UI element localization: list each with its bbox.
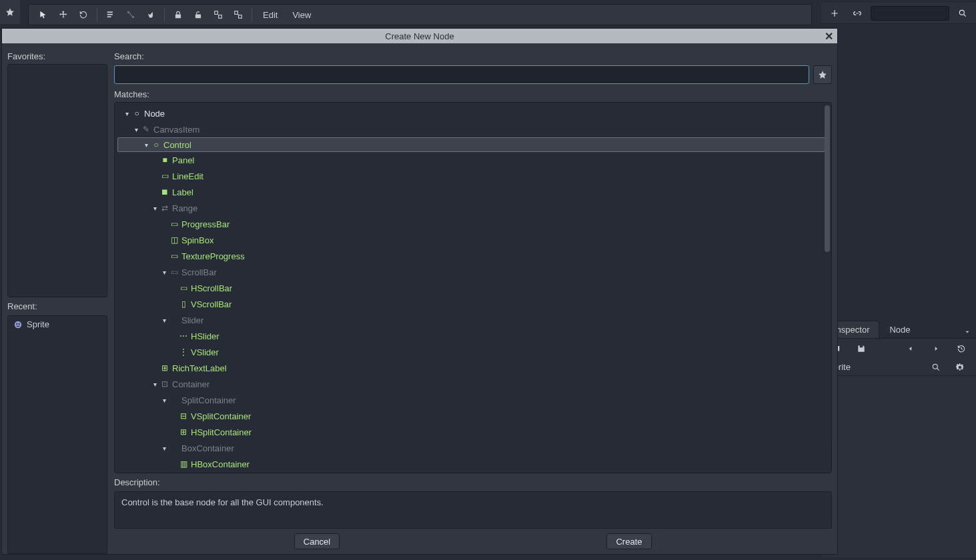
recent-item[interactable]: Sprite xyxy=(8,316,107,333)
tree-row-textureprogress[interactable]: ▭TextureProgress xyxy=(117,248,829,264)
svg-point-13 xyxy=(15,321,22,328)
expander-icon[interactable]: ▾ xyxy=(160,317,168,324)
edit-menu[interactable]: Edit xyxy=(256,10,284,20)
tree-row-control[interactable]: ▾○Control xyxy=(117,137,829,152)
tree-row-hsplitcontainer[interactable]: ⊞HSplitContainer xyxy=(117,424,829,440)
svg-rect-9 xyxy=(235,11,238,15)
expander-icon[interactable]: ▾ xyxy=(151,381,159,388)
search-icon[interactable] xyxy=(953,5,972,22)
expander-icon[interactable]: ▾ xyxy=(123,110,131,117)
svg-point-15 xyxy=(19,323,20,324)
vsplitcontainer-icon: ⊟ xyxy=(177,411,189,421)
recent-label: Recent: xyxy=(7,297,107,314)
toolbar-separator xyxy=(97,8,97,21)
description-text: Control is the base node for all the GUI… xyxy=(121,497,324,507)
tree-node-label: ScrollBar xyxy=(180,267,217,277)
tree-row-vslider[interactable]: ⋮VSlider xyxy=(117,344,829,360)
tab-node[interactable]: Node xyxy=(879,321,920,338)
ungroup-icon[interactable] xyxy=(229,6,248,23)
rotate-tool-icon[interactable] xyxy=(74,6,93,23)
history-icon[interactable] xyxy=(952,340,971,357)
tree-row-lineedit[interactable]: ▭LineEdit xyxy=(117,168,829,184)
tree-node-label: Node xyxy=(143,109,165,119)
scrollbar-thumb[interactable] xyxy=(825,105,830,252)
tree-row-richtextlabel[interactable]: ⊞RichTextLabel xyxy=(117,360,829,376)
scene-filter-input[interactable] xyxy=(871,6,949,21)
tree-row-hslider[interactable]: ⋯HSlider xyxy=(117,328,829,344)
expander-icon[interactable]: ▾ xyxy=(160,269,168,276)
tree-row-node[interactable]: ▾○Node xyxy=(117,105,829,121)
tree-node-label: BoxContainer xyxy=(180,443,234,453)
search-input[interactable] xyxy=(114,65,809,84)
move-tool-icon[interactable] xyxy=(54,6,73,23)
svg-rect-5 xyxy=(175,14,181,18)
hboxcontainer-icon: ▥ xyxy=(177,459,189,469)
tree-row-range[interactable]: ▾⇄Range xyxy=(117,200,829,216)
search-label: Search: xyxy=(114,47,832,64)
tree-row-canvasitem[interactable]: ▾✎CanvasItem xyxy=(117,121,829,137)
tree-row-boxcontainer[interactable]: ▾BoxContainer xyxy=(117,440,829,456)
svg-point-3 xyxy=(127,11,130,14)
expander-icon[interactable]: ▾ xyxy=(132,126,140,133)
unlock-icon[interactable] xyxy=(189,6,207,23)
tree-row-label[interactable]: ⏹Label xyxy=(117,184,829,200)
recent-list[interactable]: Sprite xyxy=(7,315,107,554)
tree-row-hscrollbar[interactable]: ▭HScrollBar xyxy=(117,280,829,296)
tree-row-spinbox[interactable]: ◫SpinBox xyxy=(117,232,829,248)
expander-icon[interactable]: ▾ xyxy=(142,141,150,149)
search-icon[interactable] xyxy=(927,359,945,376)
expander-icon[interactable]: ▾ xyxy=(160,397,168,404)
add-node-icon[interactable] xyxy=(825,5,844,22)
group-icon[interactable] xyxy=(209,6,227,23)
label-icon: ⏹ xyxy=(159,187,171,197)
tree-row-progressbar[interactable]: ▭ProgressBar xyxy=(117,216,829,232)
favorite-toggle-button[interactable] xyxy=(813,65,832,84)
close-icon[interactable]: ✕ xyxy=(825,30,833,43)
favorites-list[interactable] xyxy=(7,64,107,297)
expander-icon[interactable]: ▾ xyxy=(151,205,159,212)
textureprogress-icon: ▭ xyxy=(168,251,180,261)
dialog-titlebar[interactable]: Create New Node ✕ xyxy=(2,29,837,43)
tree-row-hboxcontainer[interactable]: ▥HBoxContainer xyxy=(117,456,829,472)
svg-point-11 xyxy=(959,10,964,15)
node-tree[interactable]: ▾○Node▾✎CanvasItem▾○Control■Panel▭LineEd… xyxy=(114,102,832,473)
view-menu[interactable]: View xyxy=(286,10,318,20)
dialog-title: Create New Node xyxy=(385,31,454,41)
create-button[interactable]: Create xyxy=(606,533,652,549)
canvasitem-icon: ✎ xyxy=(140,125,152,134)
inspector-object-name: Sprite xyxy=(828,362,921,372)
lock-group-icon[interactable] xyxy=(121,6,140,23)
left-sidebar-strip xyxy=(0,0,20,24)
list-select-icon[interactable] xyxy=(101,6,120,23)
save-resource-icon[interactable] xyxy=(852,340,871,357)
pan-tool-icon[interactable] xyxy=(141,6,160,23)
tree-node-label: CanvasItem xyxy=(152,125,199,135)
tab-dropdown-icon[interactable] xyxy=(959,326,976,338)
svg-point-12 xyxy=(933,364,937,369)
tree-row-splitcontainer[interactable]: ▾SplitContainer xyxy=(117,392,829,408)
tree-row-slider[interactable]: ▾Slider xyxy=(117,312,829,328)
history-next-icon[interactable] xyxy=(927,340,945,357)
dialog-left-column: Favorites: Recent: Sprite xyxy=(7,47,107,554)
tree-row-vsplitcontainer[interactable]: ⊟VSplitContainer xyxy=(117,408,829,424)
select-tool-icon[interactable] xyxy=(34,6,53,23)
hslider-icon: ⋯ xyxy=(177,331,189,341)
svg-rect-6 xyxy=(195,14,201,18)
tree-row-container[interactable]: ▾⊡Container xyxy=(117,376,829,392)
tree-row-scrollbar[interactable]: ▾▭ScrollBar xyxy=(117,264,829,280)
scene-tree-area xyxy=(821,24,976,320)
expander-icon[interactable]: ▾ xyxy=(160,445,168,452)
cancel-button[interactable]: Cancel xyxy=(294,533,340,549)
gear-icon[interactable] xyxy=(951,359,969,376)
lock-icon[interactable] xyxy=(169,6,187,23)
svg-rect-8 xyxy=(219,15,222,19)
history-prev-icon[interactable] xyxy=(901,340,920,357)
favorite-star-icon[interactable] xyxy=(1,3,19,21)
spinbox-icon: ◫ xyxy=(168,235,180,245)
tree-node-label: Container xyxy=(171,379,209,389)
tree-row-vscrollbar[interactable]: ▯VScrollBar xyxy=(117,296,829,312)
tree-row-panel[interactable]: ■Panel xyxy=(117,152,829,168)
link-icon[interactable] xyxy=(848,5,867,22)
tree-node-label: HSlider xyxy=(189,331,219,341)
tree-node-label: Range xyxy=(171,203,197,213)
